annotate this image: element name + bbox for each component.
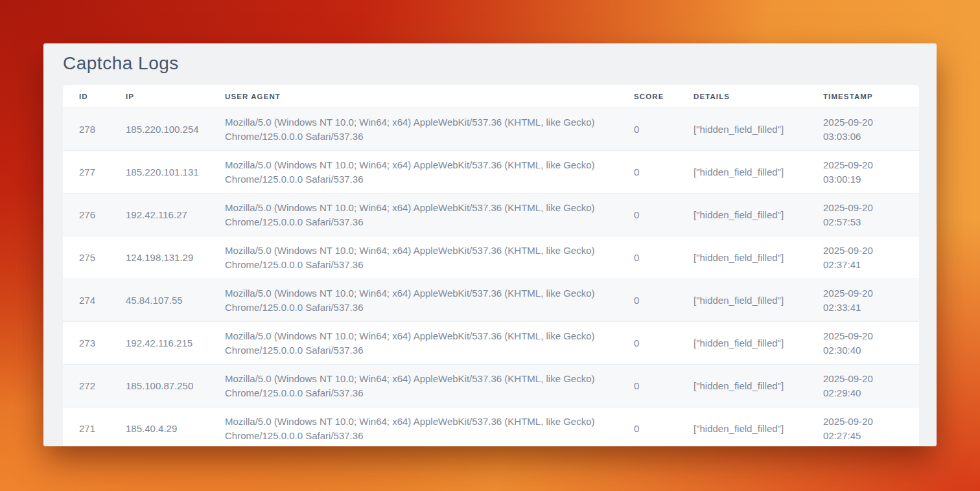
column-header-timestamp: TIMESTAMP (823, 85, 919, 108)
log-user-agent: Mozilla/5.0 (Windows NT 10.0; Win64; x64… (225, 322, 634, 365)
log-score: 0 (634, 365, 694, 407)
log-user-agent: Mozilla/5.0 (Windows NT 10.0; Win64; x64… (225, 407, 634, 447)
log-id: 277 (63, 151, 126, 194)
log-details: ["hidden_field_filled"] (694, 236, 823, 279)
log-timestamp: 2025-09-20 03:03:06 (823, 108, 919, 151)
log-timestamp: 2025-09-20 02:37:41 (823, 236, 919, 279)
log-row: 276 192.42.116.27 Mozilla/5.0 (Windows N… (63, 194, 919, 236)
log-id: 278 (63, 108, 126, 151)
log-details: ["hidden_field_filled"] (694, 151, 823, 194)
log-ip: 192.42.116.215 (126, 322, 225, 365)
log-timestamp: 2025-09-20 02:30:40 (823, 322, 919, 365)
log-id: 276 (63, 194, 126, 236)
log-details: ["hidden_field_filled"] (694, 194, 823, 236)
log-row: 278 185.220.100.254 Mozilla/5.0 (Windows… (63, 108, 919, 151)
log-user-agent: Mozilla/5.0 (Windows NT 10.0; Win64; x64… (225, 108, 634, 151)
log-user-agent: Mozilla/5.0 (Windows NT 10.0; Win64; x64… (225, 151, 634, 194)
log-user-agent: Mozilla/5.0 (Windows NT 10.0; Win64; x64… (225, 279, 634, 322)
log-details: ["hidden_field_filled"] (694, 365, 823, 407)
log-row: 274 45.84.107.55 Mozilla/5.0 (Windows NT… (63, 279, 919, 322)
log-row: 271 185.40.4.29 Mozilla/5.0 (Windows NT … (63, 407, 919, 447)
captcha-logs-card: Captcha Logs ID IP USER AGENT SCORE DETA… (43, 43, 937, 446)
log-score: 0 (634, 236, 694, 279)
log-score: 0 (634, 151, 694, 194)
log-details: ["hidden_field_filled"] (694, 322, 823, 365)
log-score: 0 (634, 322, 694, 365)
log-ip: 185.40.4.29 (126, 407, 225, 447)
log-details: ["hidden_field_filled"] (694, 279, 823, 322)
captcha-logs-table: ID IP USER AGENT SCORE DETAILS TIMESTAMP… (63, 85, 919, 446)
log-user-agent: Mozilla/5.0 (Windows NT 10.0; Win64; x64… (225, 194, 634, 236)
log-timestamp: 2025-09-20 02:57:53 (823, 194, 919, 236)
log-row: 277 185.220.101.131 Mozilla/5.0 (Windows… (63, 151, 919, 194)
log-id: 272 (63, 365, 126, 407)
table-body: 278 185.220.100.254 Mozilla/5.0 (Windows… (63, 108, 919, 447)
log-ip: 185.220.100.254 (126, 108, 225, 151)
log-details: ["hidden_field_filled"] (694, 108, 823, 151)
log-row: 275 124.198.131.29 Mozilla/5.0 (Windows … (63, 236, 919, 279)
column-header-details: DETAILS (694, 85, 823, 108)
log-id: 271 (63, 407, 126, 447)
log-user-agent: Mozilla/5.0 (Windows NT 10.0; Win64; x64… (225, 365, 634, 407)
log-ip: 124.198.131.29 (126, 236, 225, 279)
log-id: 273 (63, 322, 126, 365)
log-user-agent: Mozilla/5.0 (Windows NT 10.0; Win64; x64… (225, 236, 634, 279)
log-timestamp: 2025-09-20 02:29:40 (823, 365, 919, 407)
log-score: 0 (634, 279, 694, 322)
log-ip: 45.84.107.55 (126, 279, 225, 322)
page-title: Captcha Logs (63, 53, 919, 74)
log-ip: 185.220.101.131 (126, 151, 225, 194)
log-ip: 192.42.116.27 (126, 194, 225, 236)
log-ip: 185.100.87.250 (126, 365, 225, 407)
log-timestamp: 2025-09-20 02:33:41 (823, 279, 919, 322)
table-header: ID IP USER AGENT SCORE DETAILS TIMESTAMP (63, 85, 919, 108)
log-score: 0 (634, 108, 694, 151)
column-header-ip: IP (126, 85, 225, 108)
log-row: 273 192.42.116.215 Mozilla/5.0 (Windows … (63, 322, 919, 365)
log-id: 274 (63, 279, 126, 322)
log-details: ["hidden_field_filled"] (694, 407, 823, 447)
log-score: 0 (634, 194, 694, 236)
log-timestamp: 2025-09-20 03:00:19 (823, 151, 919, 194)
log-score: 0 (634, 407, 694, 447)
column-header-score: SCORE (634, 85, 694, 108)
column-header-id: ID (63, 85, 126, 108)
log-id: 275 (63, 236, 126, 279)
log-timestamp: 2025-09-20 02:27:45 (823, 407, 919, 447)
log-row: 272 185.100.87.250 Mozilla/5.0 (Windows … (63, 365, 919, 407)
column-header-user-agent: USER AGENT (225, 85, 634, 108)
